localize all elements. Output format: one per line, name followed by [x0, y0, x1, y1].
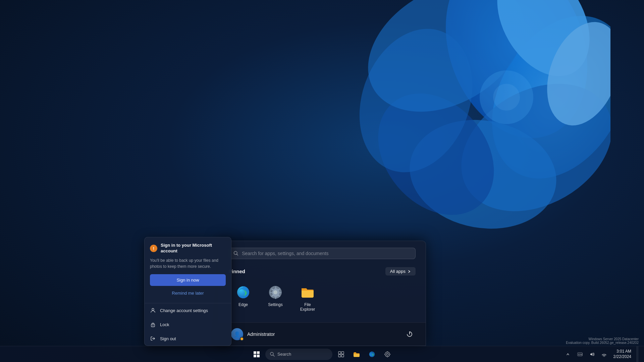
taskbar-time: 3:01 AM — [616, 349, 631, 354]
signin-now-button[interactable]: Sign in now — [150, 274, 226, 286]
taskbar-search-icon — [270, 352, 275, 357]
task-view-button[interactable] — [334, 348, 348, 361]
avatar-badge — [240, 337, 244, 341]
svg-point-15 — [273, 290, 277, 294]
svg-point-33 — [386, 353, 388, 355]
lock-label: Lock — [160, 322, 169, 327]
taskbar-clock[interactable]: 3:01 AM 2/22/2024 — [612, 349, 633, 359]
taskbar-search-bar[interactable]: Search — [265, 349, 332, 360]
power-icon — [406, 331, 413, 338]
file-explorer-label: File Explorer — [297, 302, 318, 312]
start-button[interactable] — [250, 348, 263, 361]
svg-line-12 — [237, 254, 238, 255]
remind-later-button[interactable]: Remind me later — [150, 289, 226, 298]
change-account-settings-item[interactable]: Change account settings — [145, 303, 231, 317]
windows-wallpaper-logo — [342, 0, 610, 248]
signin-header: ! Sign in to your Microsoft account — [150, 243, 226, 254]
network-icon[interactable] — [599, 349, 609, 360]
sign-out-label: Sign out — [160, 336, 176, 341]
signin-description: You'll be able to back up your files and… — [150, 257, 226, 269]
power-button[interactable] — [404, 328, 416, 340]
lock-item[interactable]: Lock — [145, 317, 231, 331]
svg-point-20 — [153, 325, 153, 326]
taskbar-file-explorer-button[interactable] — [350, 348, 363, 361]
system-info: Windows Server 2025 Datacenter Evaluatio… — [566, 337, 639, 345]
start-menu: Pinned All apps — [218, 241, 426, 346]
search-icon — [233, 251, 238, 256]
pinned-app-edge[interactable]: Edge — [228, 281, 258, 316]
settings-app-icon — [268, 285, 283, 300]
account-popup-signin-section: ! Sign in to your Microsoft account You'… — [145, 237, 231, 303]
edge-app-icon — [236, 285, 251, 300]
sign-out-item[interactable]: Sign out — [145, 331, 231, 346]
start-search-bar[interactable] — [228, 248, 416, 259]
svg-rect-22 — [254, 351, 256, 354]
pinned-apps-grid: Edge Settings — [228, 281, 416, 316]
taskbar-edge-button[interactable] — [365, 348, 379, 361]
system-info-line2: Evaluation copy. Build 26052.ge_release.… — [566, 341, 639, 345]
settings-label: Settings — [268, 302, 282, 307]
svg-rect-23 — [257, 351, 260, 354]
all-apps-label: All apps — [390, 269, 406, 274]
chevron-right-icon — [408, 270, 411, 273]
file-explorer-app-icon — [300, 285, 315, 300]
taskbar-center: Search — [250, 348, 394, 361]
all-apps-button[interactable]: All apps — [385, 267, 416, 276]
pinned-app-file-explorer[interactable]: File Explorer — [293, 281, 322, 316]
svg-text:ENG: ENG — [578, 353, 583, 356]
user-avatar: 👤 — [231, 328, 243, 340]
volume-icon[interactable] — [587, 349, 597, 360]
taskbar-date: 2/22/2024 — [613, 354, 631, 360]
svg-rect-28 — [338, 352, 341, 354]
svg-point-32 — [385, 352, 390, 357]
person-icon — [150, 307, 156, 313]
account-popup: ! Sign in to your Microsoft account You'… — [144, 237, 231, 346]
svg-point-40 — [604, 356, 604, 357]
show-desktop-button[interactable] — [637, 346, 639, 362]
taskbar-search-label: Search — [277, 352, 291, 357]
user-info-button[interactable]: 👤 Administrator — [228, 327, 277, 342]
pinned-app-settings[interactable]: Settings — [261, 281, 290, 316]
warning-icon: ! — [150, 245, 157, 252]
system-tray-icons: ENG — [562, 349, 609, 360]
start-search-input[interactable] — [242, 251, 411, 256]
system-info-line1: Windows Server 2025 Datacenter — [566, 337, 639, 341]
svg-rect-29 — [341, 352, 344, 354]
taskbar-settings-button[interactable] — [381, 348, 394, 361]
signout-icon — [150, 336, 156, 342]
taskbar: Search — [0, 346, 644, 362]
edge-label: Edge — [238, 302, 248, 307]
username-label: Administrator — [247, 331, 275, 337]
change-account-settings-label: Change account settings — [160, 308, 208, 313]
pinned-section-header: Pinned All apps — [228, 267, 416, 276]
lock-icon — [150, 321, 156, 327]
svg-point-10 — [493, 84, 520, 111]
svg-rect-24 — [254, 355, 256, 357]
user-area: 👤 Administrator — [218, 322, 426, 346]
taskbar-right: ENG 3:01 AM 2/22/2024 — [562, 346, 644, 362]
chevron-up-icon[interactable] — [562, 349, 573, 360]
svg-rect-31 — [341, 355, 344, 357]
svg-point-18 — [152, 308, 154, 310]
signin-title: Sign in to your Microsoft account — [161, 243, 226, 254]
svg-rect-30 — [338, 355, 341, 357]
svg-line-27 — [273, 355, 274, 356]
svg-rect-25 — [257, 355, 260, 357]
language-indicator[interactable]: ENG — [575, 349, 585, 360]
